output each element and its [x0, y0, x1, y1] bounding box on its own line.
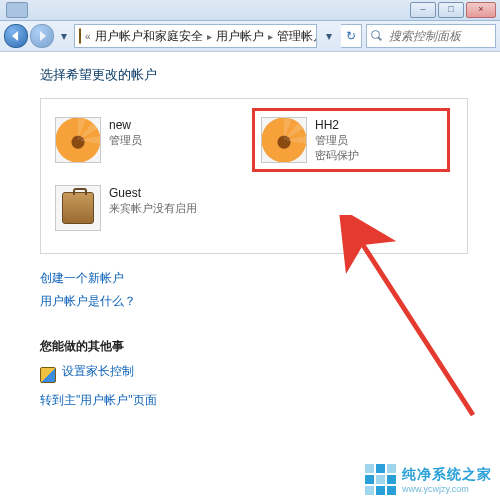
account-role: 管理员 [109, 133, 142, 148]
briefcase-icon [62, 192, 94, 224]
history-dropdown[interactable]: ▾ [58, 25, 70, 47]
account-protection: 密码保护 [315, 148, 359, 163]
breadcrumb-separator: ▸ [207, 31, 212, 42]
breadcrumb-separator: ▸ [268, 31, 273, 42]
watermark-text: 纯净系统之家 [402, 466, 492, 484]
nav-arrows [4, 24, 54, 48]
goto-main-accounts-link[interactable]: 转到主"用户帐户"页面 [40, 392, 157, 409]
control-panel-window: – □ × ▾ « 用户帐户和家庭安全 ▸ 用户帐户 ▸ 管理帐户 ▾ ↻ 选择… [0, 0, 500, 501]
flower-icon [262, 118, 306, 162]
account-card-guest[interactable]: Guest 来宾帐户没有启用 [51, 181, 239, 235]
watermark: 纯净系统之家 www.ycwjzy.com [365, 464, 492, 495]
account-status: 来宾帐户没有启用 [109, 201, 197, 216]
account-card-hh2[interactable]: HH2 管理员 密码保护 [257, 113, 445, 167]
titlebar: – □ × [0, 0, 500, 21]
search-input[interactable] [387, 28, 483, 44]
other-tasks: 您能做的其他事 设置家长控制 转到主"用户帐户"页面 [40, 338, 492, 415]
control-panel-icon [79, 28, 81, 44]
account-name: new [109, 117, 142, 133]
account-text: new 管理员 [109, 117, 142, 148]
page-heading: 选择希望更改的帐户 [40, 66, 492, 84]
accounts-row-2: Guest 来宾帐户没有启用 [51, 181, 457, 235]
accounts-panel: new 管理员 HH2 管理员 密码保护 G [40, 98, 468, 254]
breadcrumb-level2[interactable]: 用户帐户 [216, 28, 264, 45]
account-card-new[interactable]: new 管理员 [51, 113, 239, 167]
create-account-link[interactable]: 创建一个新帐户 [40, 270, 124, 287]
minimize-button[interactable]: – [410, 2, 436, 18]
back-button[interactable] [4, 24, 28, 48]
account-name: Guest [109, 185, 197, 201]
account-avatar [55, 117, 101, 163]
shield-icon [40, 367, 56, 383]
window-controls: – □ × [410, 2, 496, 18]
what-is-account-link[interactable]: 用户帐户是什么？ [40, 293, 136, 310]
account-avatar [55, 185, 101, 231]
maximize-button[interactable]: □ [438, 2, 464, 18]
navigation-bar: ▾ « 用户帐户和家庭安全 ▸ 用户帐户 ▸ 管理帐户 ▾ ↻ [0, 21, 500, 52]
parental-controls-link[interactable]: 设置家长控制 [62, 363, 134, 380]
address-dropdown[interactable]: ▾ [321, 29, 337, 43]
other-tasks-heading: 您能做的其他事 [40, 338, 492, 355]
account-avatar [261, 117, 307, 163]
breadcrumb-separator: « [85, 31, 91, 42]
flower-icon [56, 118, 100, 162]
watermark-logo [365, 464, 396, 495]
account-role: 管理员 [315, 133, 359, 148]
address-bar[interactable]: « 用户帐户和家庭安全 ▸ 用户帐户 ▸ 管理帐户 [74, 24, 317, 48]
close-button[interactable]: × [466, 2, 496, 18]
watermark-url: www.ycwjzy.com [402, 484, 492, 494]
account-text: HH2 管理员 密码保护 [315, 117, 359, 163]
content-area: 选择希望更改的帐户 new 管理员 HH2 管理员 密码保护 [0, 52, 500, 429]
refresh-button[interactable]: ↻ [341, 24, 362, 48]
forward-button[interactable] [30, 24, 54, 48]
breadcrumb-level3[interactable]: 管理帐户 [277, 28, 317, 45]
breadcrumb-level1[interactable]: 用户帐户和家庭安全 [95, 28, 203, 45]
search-icon [371, 30, 383, 42]
search-box[interactable] [366, 24, 496, 48]
action-links: 创建一个新帐户 用户帐户是什么？ [40, 270, 492, 316]
system-icon [6, 2, 28, 18]
account-text: Guest 来宾帐户没有启用 [109, 185, 197, 216]
account-name: HH2 [315, 117, 359, 133]
accounts-row-1: new 管理员 HH2 管理员 密码保护 [51, 113, 457, 167]
